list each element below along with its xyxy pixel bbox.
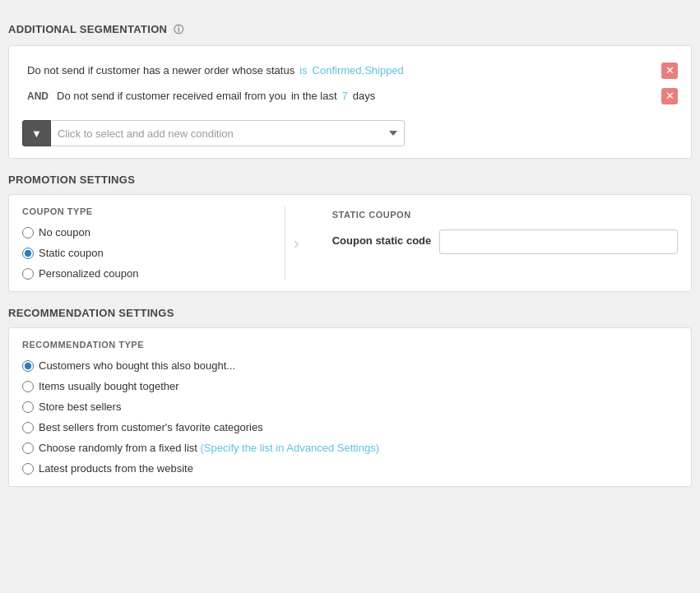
- fixed-list-hint: (Specify the list in Advanced Settings): [201, 442, 380, 454]
- radio-also-bought-label: Customers who bought this also bought...: [39, 359, 235, 372]
- radio-also-bought-input[interactable]: [22, 360, 34, 372]
- condition1-value: Confirmed,Shipped: [313, 64, 404, 76]
- radio-store-best-sellers[interactable]: Store best sellers: [22, 401, 678, 413]
- additional-segmentation-section: ADDITIONAL SEGMENTATION ⓘ Do not send if…: [8, 23, 692, 159]
- coupon-field-row: Coupon static code: [332, 229, 678, 254]
- condition-row-1: Do not send if customer has a newer orde…: [22, 58, 678, 83]
- promotion-settings-section: PROMOTION SETTINGS COUPON TYPE No coupon…: [8, 174, 692, 292]
- additional-segmentation-title: ADDITIONAL SEGMENTATION ⓘ: [8, 23, 692, 37]
- radio-static-coupon[interactable]: Static coupon: [22, 247, 268, 259]
- radio-latest-products-input[interactable]: [22, 463, 34, 475]
- and-label: AND: [27, 90, 49, 102]
- radio-no-coupon-label: No coupon: [39, 226, 90, 239]
- filter-icon-button[interactable]: ▼: [22, 120, 51, 146]
- radio-fixed-list[interactable]: Choose randomly from a fixed list (Speci…: [22, 442, 678, 454]
- radio-fixed-list-label: Choose randomly from a fixed list (Speci…: [39, 442, 379, 454]
- radio-bought-together-input[interactable]: [22, 381, 34, 392]
- condition1-operator: is: [299, 64, 307, 76]
- condition2-days-unit: days: [353, 90, 375, 102]
- radio-also-bought[interactable]: Customers who bought this also bought...: [22, 359, 678, 372]
- radio-bought-together[interactable]: Items usually bought together: [22, 380, 678, 392]
- recommendation-settings-title: RECOMMENDATION SETTINGS: [8, 307, 692, 319]
- coupon-static-code-input[interactable]: [439, 229, 678, 254]
- radio-personalized-coupon[interactable]: Personalized coupon: [22, 267, 268, 280]
- condition2-days: 7: [342, 90, 348, 102]
- radio-no-coupon-input[interactable]: [22, 227, 34, 239]
- condition2-text1: Do not send if customer received email f…: [57, 90, 286, 102]
- recommendation-settings-box: RECOMMENDATION TYPE Customers who bought…: [8, 327, 692, 487]
- recommendation-type-label: RECOMMENDATION TYPE: [22, 340, 678, 350]
- radio-latest-products-label: Latest products from the website: [39, 462, 193, 475]
- promotion-settings-title: PROMOTION SETTINGS: [8, 174, 692, 186]
- filter-icon: ▼: [31, 127, 42, 140]
- radio-personalized-coupon-input[interactable]: [22, 268, 34, 280]
- radio-latest-products[interactable]: Latest products from the website: [22, 462, 678, 475]
- remove-condition1-button[interactable]: ✕: [661, 63, 678, 79]
- static-coupon-title: STATIC COUPON: [332, 210, 678, 220]
- condition1-text1: Do not send if customer has a newer orde…: [27, 64, 294, 76]
- radio-store-best-sellers-label: Store best sellers: [39, 401, 121, 413]
- radio-static-coupon-input[interactable]: [22, 248, 34, 259]
- remove-condition2-button[interactable]: ✕: [661, 88, 678, 104]
- radio-fav-categories[interactable]: Best sellers from customer's favorite ca…: [22, 421, 678, 433]
- coupon-field-label: Coupon static code: [332, 229, 432, 247]
- recommendation-radio-group: Customers who bought this also bought...…: [22, 359, 678, 475]
- segmentation-box: Do not send if customer has a newer orde…: [8, 45, 692, 159]
- info-icon: ⓘ: [174, 24, 183, 35]
- radio-personalized-coupon-label: Personalized coupon: [39, 267, 138, 280]
- recommendation-settings-section: RECOMMENDATION SETTINGS RECOMMENDATION T…: [8, 307, 692, 487]
- radio-fav-categories-input[interactable]: [22, 422, 34, 433]
- coupon-type-radio-group: No coupon Static coupon Personalized cou…: [22, 226, 268, 280]
- promotion-settings-box: COUPON TYPE No coupon Static coupon Pers…: [8, 194, 692, 292]
- radio-store-best-sellers-input[interactable]: [22, 401, 34, 413]
- static-coupon-section: STATIC COUPON Coupon static code: [308, 206, 678, 280]
- radio-static-coupon-label: Static coupon: [39, 247, 104, 259]
- promotion-inner: COUPON TYPE No coupon Static coupon Pers…: [22, 206, 678, 280]
- radio-fav-categories-label: Best sellers from customer's favorite ca…: [39, 421, 263, 433]
- condition-row-2: AND Do not send if customer received ema…: [22, 83, 678, 109]
- condition-select[interactable]: Click to select and add new condition: [51, 120, 405, 146]
- radio-bought-together-label: Items usually bought together: [39, 380, 179, 392]
- coupon-type-section: COUPON TYPE No coupon Static coupon Pers…: [22, 206, 285, 280]
- coupon-type-label: COUPON TYPE: [22, 206, 268, 216]
- condition2-text2: in the last: [291, 90, 337, 102]
- filter-row: ▼ Click to select and add new condition: [22, 120, 678, 146]
- divider-arrow: ›: [285, 206, 308, 280]
- radio-fixed-list-input[interactable]: [22, 442, 34, 454]
- radio-no-coupon[interactable]: No coupon: [22, 226, 268, 239]
